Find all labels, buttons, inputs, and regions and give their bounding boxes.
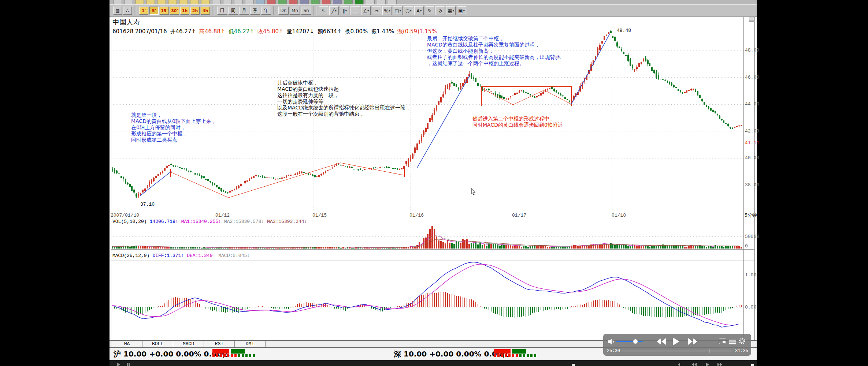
- low-price-label: 37.10: [140, 202, 155, 207]
- annotation-line: 这段一般在一个次级别的背驰中结束，: [277, 111, 411, 117]
- shanghai-index-quote: 沪 10.00 +0.00 0.00% 0.00亿: [114, 349, 229, 359]
- annotation-line: 同时MACD的黄白线会逐步回到0轴附近: [472, 122, 563, 128]
- volume-axis-tick: 50000: [745, 234, 759, 239]
- layout-toggle-icon[interactable]: [749, 18, 754, 22]
- pip-icon[interactable]: [719, 339, 726, 346]
- led-row: [212, 349, 255, 354]
- led-red-bar: [494, 349, 511, 354]
- led-tooth: [508, 354, 511, 357]
- price-axis-tick: 38.00: [745, 182, 759, 188]
- tab-boll[interactable]: BOLL: [142, 341, 173, 347]
- led-tooth: [212, 354, 215, 357]
- led-tooth: [530, 354, 533, 357]
- annotation-line: 或者柱子的面积或者伸长的高度能不能突破新高，出现背驰: [427, 54, 560, 60]
- date-axis-tick: 01/17: [512, 213, 526, 218]
- led-tooth: [512, 354, 514, 357]
- tab-macd[interactable]: MACD: [173, 341, 204, 347]
- quote-field: 额6634↑: [318, 28, 342, 35]
- led-teeth: [494, 354, 536, 357]
- taskbar-stop-icon[interactable]: [751, 362, 754, 366]
- annotation-line: 就是第一段，: [131, 112, 216, 118]
- macd-axis-tick: 1.00: [745, 272, 756, 278]
- taskbar-fast-forward-icon[interactable]: [717, 361, 723, 366]
- tab-ma[interactable]: MA: [112, 341, 142, 347]
- annotation-line: MACD的黄白线以及柱子都再次重复前面的过程，: [427, 42, 560, 48]
- last-price-marker: 41.11: [745, 140, 759, 146]
- led-green-bar: [231, 349, 245, 354]
- led-red-bar: [212, 349, 229, 354]
- led-tooth: [216, 354, 218, 357]
- led-tooth: [505, 354, 507, 357]
- led-tooth: [253, 354, 255, 357]
- vol-field: MA2:15830.578↓: [224, 219, 264, 224]
- annotation-final-segment: 最后，开始继续突破第二个中枢，MACD的黄白线以及柱子都再次重复前面的过程，但这…: [427, 36, 560, 67]
- led-tooth: [523, 354, 525, 357]
- quote-field: 涨(0.59)1.15%: [397, 28, 437, 35]
- annotation-first-segment: 就是第一段，MACD的黄白线从0轴下面上穿上来，在0轴上方停留的同时，形成相应的…: [131, 112, 216, 143]
- date-axis-tick: 2007/01/10: [111, 213, 139, 218]
- date-axis-tick: 01/15: [312, 213, 327, 218]
- quote-field: 收45.80↑: [257, 28, 283, 35]
- led-tooth: [227, 354, 229, 357]
- chart-window: 中国人寿 601628 2007/01/16开46.27↑高46.88↑低46.…: [110, 17, 757, 348]
- led-tooth: [249, 354, 251, 357]
- led-tooth: [497, 354, 500, 357]
- taskbar-play-icon[interactable]: [117, 361, 120, 366]
- annotation-line: ，这就结束了这一个两个中枢的上涨过程。: [427, 60, 560, 67]
- playlist-icon[interactable]: [729, 339, 736, 346]
- tab-rsi[interactable]: RSI: [204, 341, 235, 347]
- vol-field: MA3:16393.244↓: [267, 219, 307, 224]
- annotation-line: 一切的走势延伸等等，: [277, 98, 411, 105]
- quote-field: 低46.22↑: [229, 28, 255, 35]
- fast-forward-icon[interactable]: [688, 338, 698, 346]
- taskbar-play2-icon[interactable]: [706, 361, 709, 366]
- annotation-line: 这往往是最有力度的一段，: [277, 92, 411, 98]
- tab-dmi[interactable]: DMI: [235, 341, 266, 347]
- quote-field: 高46.88↑: [199, 28, 225, 35]
- current-time: 25:30: [607, 348, 620, 354]
- taskbar-speaker-icon[interactable]: [678, 361, 682, 366]
- macd-header: MACD(26,12,9)DIFF:1.371↑DEA:1.349↑MACD:0…: [112, 253, 253, 258]
- quote-field: 量14207↓: [287, 28, 314, 35]
- progress-marker[interactable]: [709, 349, 709, 353]
- volume-axis-tick: 0: [745, 243, 748, 249]
- date-axis-tick: 01/18: [612, 213, 626, 218]
- play-icon[interactable]: [673, 337, 679, 347]
- player-taskbar: [110, 360, 757, 366]
- led-tooth: [242, 354, 244, 357]
- shenzhen-index-quote: 深 10.00 +0.00 0.00% 0.00亿: [394, 349, 509, 359]
- led-tooth: [527, 354, 529, 357]
- led-green-bar: [512, 349, 526, 354]
- quote-field: 换0.00%: [345, 28, 368, 35]
- price-axis-tick: 42.00: [745, 128, 759, 134]
- progress-bar[interactable]: [622, 351, 732, 351]
- annotation-second-pivot: 然后进入第二个中枢的形成过程中，同时MACD的黄白线会逐步回到0轴附近: [472, 116, 563, 128]
- settings-icon[interactable]: [739, 338, 745, 346]
- vol-field: VOL(5,10,20): [112, 219, 147, 224]
- shenzhen-market-meter: [494, 349, 536, 357]
- rewind-icon[interactable]: [657, 338, 666, 346]
- taskbar-rewind-icon[interactable]: [692, 361, 697, 366]
- price-axis-tick: 46.00: [745, 75, 759, 80]
- annotation-line: 形成相应的第一个中枢，: [131, 131, 216, 137]
- shanghai-market-meter: [212, 349, 255, 357]
- macd-axis-tick: 0.00: [745, 305, 756, 310]
- volume-slider[interactable]: [616, 341, 643, 342]
- date-axis-tick: 01/16: [409, 213, 424, 218]
- led-tooth: [245, 354, 248, 357]
- led-tooth: [231, 354, 233, 357]
- annotation-breakout-segment: 其后突破该中枢，MACD的黄白线也快速拉起这往往是最有力度的一段，一切的走势延伸…: [277, 80, 411, 117]
- vol-field: 14206.719↑: [150, 219, 178, 224]
- taskbar-volume-knob[interactable]: [572, 362, 575, 366]
- led-tooth: [516, 354, 518, 357]
- volume-slider-knob[interactable]: [633, 339, 638, 344]
- period-label: 5分钟: [745, 212, 757, 219]
- annotation-line: 最后，开始继续突破第二个中枢，: [427, 36, 560, 42]
- annotation-line: 同时形成第二类买点: [131, 137, 216, 143]
- volume-icon[interactable]: [608, 339, 615, 346]
- price-axis-tick: 44.00: [745, 101, 759, 107]
- vol-header: VOL(5,10,20)14206.719↑MA1:16340.255↕MA2:…: [112, 219, 310, 224]
- video-letterbox: ▥∴1'5'15'30'1h2h4h日周月季年DnMnSn↖╱▾∥▾≡∠▾▱%▾…: [0, 0, 868, 366]
- led-tooth: [234, 354, 237, 357]
- taskbar-pause-icon[interactable]: [126, 361, 130, 366]
